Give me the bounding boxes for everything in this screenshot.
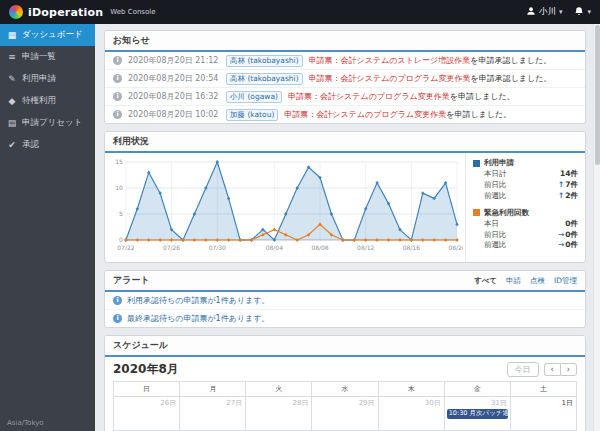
main-content: お知らせ i2020年08月20日 21:12高林 (takobayashi)申… — [95, 24, 600, 431]
notice-message-rest: を申請しました。 — [450, 92, 515, 101]
svg-text:15: 15 — [115, 158, 123, 165]
alert-row[interactable]: i最終承認待ちの申請票が1件あります。 — [105, 310, 585, 327]
alert-filters: すべて申請点検ID管理 — [474, 276, 577, 286]
calendar-cell[interactable]: 29日 — [312, 397, 378, 431]
calendar-cell[interactable]: 26日 — [114, 397, 180, 431]
top-navbar: iDoperation Web Console 小川 ▾ ▾ — [0, 0, 600, 24]
weekday-header: 水 — [312, 382, 378, 397]
calendar-controls: 今日 ‹ › — [507, 362, 577, 377]
sidebar-item-label: 申請プリセット — [22, 117, 83, 129]
calendar-cell[interactable]: 30日 — [378, 397, 444, 431]
notice-user-badge: 高林 (takobayashi) — [226, 73, 303, 85]
notice-request-link[interactable]: 申請票：会計システムのプログラム変更作業 — [288, 92, 450, 101]
app-title: iDoperation — [28, 6, 103, 19]
notice-user-badge: 加藤 (katou) — [226, 109, 278, 121]
alerts-panel-title: アラート — [113, 274, 150, 287]
sidebar-item-usage-request[interactable]: ✎利用申請 — [0, 68, 95, 90]
weekday-header: 月 — [180, 382, 246, 397]
schedule-panel-header: スケジュール — [105, 336, 585, 357]
sidebar-item-label: 利用申請 — [22, 73, 56, 85]
sidebar-item-privileged-use[interactable]: ◆特権利用 — [0, 90, 95, 112]
app-brand[interactable]: iDoperation Web Console — [9, 5, 156, 19]
info-icon: i — [113, 110, 122, 119]
calendar-event[interactable]: 10:30 月次パッチ適用作業 — [447, 409, 508, 419]
notifications-menu[interactable]: ▾ — [574, 6, 591, 19]
legend-stat: 前週比↑2件 — [473, 191, 578, 202]
notice-message-rest: を申請承認しました。 — [470, 56, 551, 65]
alert-list: i利用承認待ちの申請票が1件あります。i最終承認待ちの申請票が1件あります。 — [105, 292, 585, 327]
calendar-date: 31日 — [445, 397, 510, 408]
notice-message-rest: を申請承認しました。 — [470, 74, 551, 83]
notice-request-link[interactable]: 申請票：会計システムのプログラム変更作業 — [309, 74, 471, 83]
bell-icon — [574, 6, 584, 19]
user-menu[interactable]: 小川 ▾ — [526, 6, 563, 18]
notice-request-link[interactable]: 申請票：会計システムのストレージ増設作業 — [309, 56, 471, 65]
sidebar-item-request-preset[interactable]: ▤申請プリセット — [0, 112, 95, 134]
scrollbar[interactable] — [593, 24, 600, 431]
sidebar-item-label: ダッシュボード — [22, 29, 83, 41]
svg-text:07/22: 07/22 — [117, 244, 134, 251]
alert-filter-link[interactable]: 申請 — [506, 276, 521, 286]
approve-icon: ✔ — [7, 140, 17, 150]
alert-filter-link[interactable]: 点検 — [530, 276, 545, 286]
notice-message: 申請票：会計システムのプログラム変更作業を申請しました。 — [284, 109, 511, 120]
calendar-date: 30日 — [379, 397, 444, 408]
sidebar-item-approval[interactable]: ✔承認 — [0, 134, 95, 156]
weekday-header: 金 — [444, 382, 510, 397]
edit-icon: ✎ — [7, 74, 17, 84]
calendar-date: 28日 — [246, 397, 311, 408]
weekday-header: 日 — [114, 382, 180, 397]
alert-filter-active[interactable]: すべて — [474, 276, 497, 286]
svg-text:08/04: 08/04 — [266, 244, 283, 251]
caret-down-icon: ▾ — [559, 8, 563, 16]
notice-message-rest: を申請しました。 — [446, 110, 511, 119]
sidebar-item-label: 特権利用 — [22, 95, 56, 107]
notice-time: 2020年08月20日 10:02 — [128, 109, 220, 120]
notice-request-link[interactable]: 申請票：会計システムのプログラム変更作業 — [284, 110, 446, 119]
app-subtitle: Web Console — [110, 8, 155, 16]
usage-chart-area: 05101507/2207/2607/3008/0408/0808/1208/1… — [105, 153, 465, 262]
legend-stat: 本日計14件 — [473, 169, 578, 180]
notice-time: 2020年08月20日 16:32 — [128, 91, 220, 102]
legend-group: 利用申請本日計14件前日比↑7件前週比↑2件 — [473, 158, 578, 202]
notice-row: i2020年08月20日 10:02加藤 (katou)申請票：会計システムのプ… — [105, 106, 585, 123]
schedule-panel: スケジュール 2020年8月 今日 ‹ › 日月火水木金土 26日27日28日2… — [104, 335, 586, 431]
usage-body: 05101507/2207/2607/3008/0408/0808/1208/1… — [105, 153, 585, 262]
notice-message: 申請票：会計システムのプログラム変更作業を申請しました。 — [288, 91, 515, 102]
svg-text:07/26: 07/26 — [163, 244, 180, 251]
calendar-toolbar: 2020年8月 今日 ‹ › — [105, 357, 585, 381]
calendar-cell[interactable]: 28日 — [246, 397, 312, 431]
sidebar-item-request-list[interactable]: ≡申請一覧 — [0, 46, 95, 68]
user-icon — [526, 6, 536, 18]
svg-text:07/30: 07/30 — [209, 244, 226, 251]
weekday-header: 火 — [246, 382, 312, 397]
next-month-button[interactable]: › — [560, 363, 577, 376]
scrollbar-thumb[interactable] — [595, 25, 600, 165]
weekday-header: 土 — [510, 382, 576, 397]
alerts-panel-header: アラート すべて申請点検ID管理 — [105, 271, 585, 292]
usage-legend: 利用申請本日計14件前日比↑7件前週比↑2件緊急利用回数本日0件前日比→0件前週… — [465, 153, 585, 262]
legend-group: 緊急利用回数本日0件前日比→0件前週比→0件 — [473, 208, 578, 252]
legend-stat: 本日0件 — [473, 219, 578, 230]
sidebar-item-dashboard[interactable]: ▦ダッシュボード — [0, 24, 95, 46]
alert-row[interactable]: i利用承認待ちの申請票が1件あります。 — [105, 292, 585, 310]
calendar-cell[interactable]: 27日 — [180, 397, 246, 431]
calendar-month-label: 2020年8月 — [113, 361, 179, 378]
legend-swatch — [473, 209, 480, 216]
svg-text:08/08: 08/08 — [311, 244, 328, 251]
usage-chart: 05101507/2207/2607/3008/0408/0808/1208/1… — [109, 156, 463, 260]
weekday-header: 木 — [378, 382, 444, 397]
legend-name: 緊急利用回数 — [484, 208, 529, 218]
timezone-label: Asia/Tokyo — [7, 419, 44, 427]
schedule-panel-title: スケジュール — [113, 339, 168, 352]
app-logo-icon — [9, 5, 23, 19]
sidebar-item-label: 承認 — [22, 139, 39, 151]
today-button[interactable]: 今日 — [507, 362, 539, 377]
calendar-cell[interactable]: 1日 — [510, 397, 576, 431]
notice-user-badge: 小川 (ogawa) — [226, 91, 282, 103]
calendar-cell[interactable]: 31日10:30 月次パッチ適用作業 — [444, 397, 510, 431]
alert-filter-link[interactable]: ID管理 — [554, 276, 577, 286]
info-icon: i — [113, 92, 122, 101]
legend-name: 利用申請 — [484, 158, 514, 168]
prev-month-button[interactable]: ‹ — [544, 363, 560, 376]
